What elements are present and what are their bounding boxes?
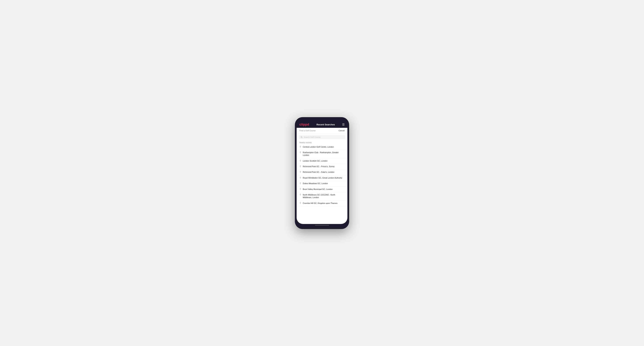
course-name: Brent Valley Municipal GC, London [303, 188, 332, 190]
nearby-section: Nearby courses Central London Golf Centr… [296, 141, 348, 224]
pin-icon [300, 146, 301, 148]
course-name: Richmond Park GC - Prince's, Surrey [303, 165, 334, 168]
svg-point-4 [300, 160, 300, 161]
svg-point-8 [300, 183, 300, 183]
svg-point-2 [300, 146, 300, 147]
app-logo: clippd [300, 123, 309, 126]
find-label: Find a Golf Course [300, 130, 316, 132]
svg-point-11 [300, 203, 300, 203]
pin-icon [300, 160, 301, 162]
course-name: Dukes Meadows GC, London [303, 182, 328, 185]
header-title: Recent Searches [316, 123, 335, 126]
course-name: Royal Wimbledon GC, Great London Authori… [303, 176, 342, 179]
pin-icon [300, 177, 301, 179]
search-bar-container: Search Golf Course [296, 134, 348, 141]
home-bar [315, 225, 329, 225]
search-icon [300, 136, 302, 138]
svg-point-7 [300, 177, 300, 178]
list-item[interactable]: Brent Valley Municipal GC, London [296, 186, 348, 192]
home-indicator [296, 224, 348, 227]
app-header: clippd Recent Searches ☰ [296, 121, 348, 128]
course-name: Central London Golf Centre, London [303, 146, 334, 148]
svg-point-6 [300, 172, 300, 172]
list-item[interactable]: Dukes Meadows GC, London [296, 181, 348, 186]
list-item[interactable]: Central London Golf Centre, London [296, 144, 348, 150]
pin-icon [300, 152, 301, 154]
course-name: North Middlesex GC (1011942 - North Midd… [303, 193, 344, 199]
svg-point-9 [300, 189, 300, 189]
svg-point-0 [301, 136, 302, 138]
course-name: Roehampton Club - Roehampton, Greater Lo… [303, 151, 344, 157]
course-name: London Scottish GC, London [303, 160, 328, 162]
pin-icon [300, 166, 301, 168]
course-name: Coombe Hill GC, Kingston upon Thames [303, 202, 338, 204]
phone-frame: clippd Recent Searches ☰ Find a Golf Cou… [295, 117, 349, 229]
svg-point-3 [300, 152, 300, 152]
list-item[interactable]: Royal Wimbledon GC, Great London Authori… [296, 175, 348, 181]
svg-point-5 [300, 166, 300, 166]
list-item[interactable]: Richmond Park GC - Duke's, London [296, 170, 348, 175]
search-bar[interactable]: Search Golf Course [299, 135, 345, 139]
list-item[interactable]: Richmond Park GC - Prince's, Surrey [296, 164, 348, 170]
list-item[interactable]: London Scottish GC, London [296, 158, 348, 164]
status-bar [296, 119, 348, 121]
pin-icon [300, 182, 301, 185]
list-item[interactable]: North Middlesex GC (1011942 - North Midd… [296, 192, 348, 200]
pin-icon [300, 188, 301, 190]
cancel-button[interactable]: Cancel [339, 130, 344, 132]
screen-content: Find a Golf Course Cancel Search Golf Co… [296, 128, 348, 224]
list-item[interactable]: Coombe Hill GC, Kingston upon Thames [296, 200, 348, 206]
svg-line-1 [302, 137, 302, 138]
menu-icon[interactable]: ☰ [342, 123, 344, 126]
svg-point-10 [300, 194, 300, 194]
pin-icon [300, 171, 301, 173]
phone-screen: clippd Recent Searches ☰ Find a Golf Cou… [296, 119, 348, 227]
pin-icon [300, 194, 301, 196]
course-name: Richmond Park GC - Duke's, London [303, 171, 334, 173]
find-header: Find a Golf Course Cancel [296, 128, 348, 134]
pin-icon [300, 202, 301, 204]
nearby-label: Nearby courses [296, 141, 348, 144]
search-placeholder: Search Golf Course [304, 136, 320, 138]
list-item[interactable]: Roehampton Club - Roehampton, Greater Lo… [296, 150, 348, 158]
courses-list: Central London Golf Centre, London Roeha… [296, 144, 348, 206]
